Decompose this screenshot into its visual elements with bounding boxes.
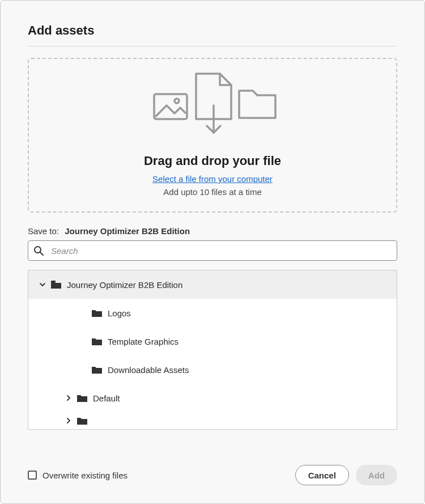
chevron-down-icon[interactable]	[39, 281, 46, 289]
search-input[interactable]	[28, 240, 397, 261]
search-wrap	[28, 240, 397, 261]
tree-node-label: Journey Optimizer B2B Edition	[67, 280, 182, 290]
tree-node-partial[interactable]	[28, 412, 397, 429]
folder-icon	[92, 337, 102, 345]
svg-rect-0	[154, 94, 187, 119]
folder-icon	[92, 309, 102, 317]
folder-icon	[77, 417, 87, 425]
overwrite-label: Overwrite existing files	[42, 471, 128, 480]
dropzone-hint: Add upto 10 files at a time	[163, 187, 261, 197]
add-button[interactable]: Add	[356, 465, 397, 485]
tree-node-child[interactable]: Template Graphics	[28, 327, 397, 355]
save-to-value: Journey Optimizer B2B Edition	[65, 226, 190, 236]
title-divider	[28, 46, 397, 46]
svg-line-4	[40, 252, 43, 255]
footer-buttons: Cancel Add	[295, 465, 397, 485]
overwrite-checkbox-wrap[interactable]: Overwrite existing files	[28, 471, 128, 480]
select-file-link[interactable]: Select a file from your computer	[152, 174, 273, 184]
tree-node-sibling[interactable]: Default	[28, 384, 397, 412]
dropzone-heading: Drag and drop your file	[144, 154, 281, 168]
svg-point-1	[175, 99, 179, 103]
chevron-right-icon[interactable]	[65, 417, 73, 425]
chevron-right-icon[interactable]	[65, 394, 73, 402]
search-icon	[33, 245, 44, 256]
file-dropzone[interactable]: Drag and drop your file Select a file fr…	[28, 58, 397, 213]
dialog-footer: Overwrite existing files Cancel Add	[28, 465, 397, 485]
tree-node-label: Downloadable Assets	[108, 365, 189, 375]
tree-node-label: Template Graphics	[108, 337, 178, 346]
checkbox-icon[interactable]	[28, 471, 37, 480]
tree-node-child[interactable]: Downloadable Assets	[28, 355, 397, 384]
folder-icon	[92, 366, 102, 374]
folder-tree: Journey Optimizer B2B Edition Logos Temp…	[28, 270, 397, 430]
folder-open-icon	[51, 281, 61, 289]
tree-node-label: Default	[93, 393, 120, 403]
cancel-button[interactable]: Cancel	[295, 465, 349, 485]
tree-node-child[interactable]: Logos	[28, 299, 397, 327]
svg-rect-5	[51, 281, 56, 282]
add-assets-dialog: Add assets	[0, 0, 425, 504]
tree-node-root[interactable]: Journey Optimizer B2B Edition	[28, 270, 397, 299]
tree-node-label: Logos	[108, 308, 131, 318]
save-to-label: Save to:	[28, 226, 59, 236]
dialog-title: Add assets	[28, 23, 397, 38]
folder-icon	[77, 394, 87, 402]
dropzone-illustration	[147, 70, 278, 138]
save-to-row: Save to: Journey Optimizer B2B Edition	[28, 226, 397, 236]
